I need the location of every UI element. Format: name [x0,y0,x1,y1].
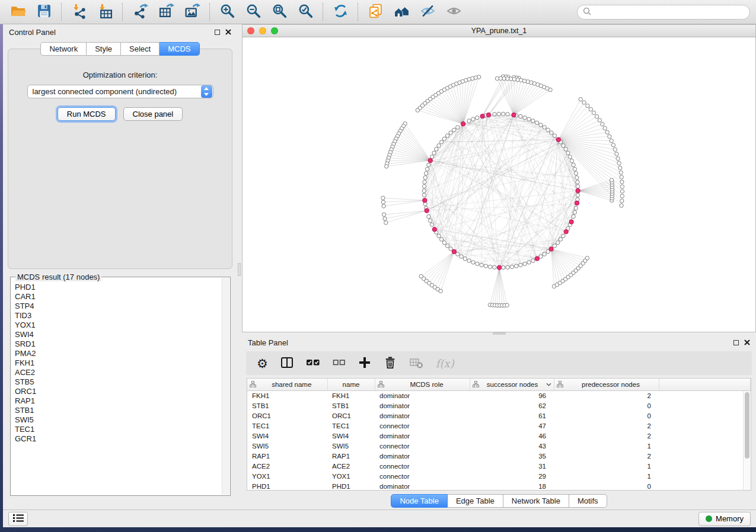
run-mcds-button[interactable]: Run MCDS [58,107,116,121]
table-scrollbar[interactable] [743,391,751,490]
import-table-button[interactable] [93,2,117,22]
table-panel-float-button[interactable] [733,340,739,345]
import-network-button[interactable] [67,2,91,22]
mcds-result-item[interactable]: FKH1 [15,358,226,368]
column-header-predecessor-nodes[interactable]: predecessor nodes [554,379,659,390]
mcds-result-item[interactable]: TID3 [15,311,226,321]
mcds-scrollbar[interactable] [222,278,229,495]
toolbar-separator [122,3,123,21]
tab-edge-table[interactable]: Edge Table [448,494,503,508]
zoom-fit-button[interactable] [267,2,291,22]
add-column-button[interactable] [358,356,371,371]
table-delete-icon [409,356,423,371]
mcds-result-item[interactable]: CAR1 [15,292,226,302]
export-table-button[interactable] [154,2,178,22]
column-header-MCDS-role[interactable]: MCDS role [375,379,470,390]
table-cell: 0 [554,481,659,491]
control-panel-close-button[interactable] [225,28,231,37]
first-neighbors-button[interactable] [390,2,413,22]
table-row[interactable]: RAP1RAP1dominator352 [247,451,751,461]
table-cell: FKH1 [327,390,375,400]
mcds-result-item[interactable]: STP4 [15,302,226,311]
table-row[interactable]: SWI5SWI5connector431 [247,441,751,451]
mcds-result-item[interactable]: GCR1 [15,434,226,444]
tab-network[interactable]: Network [40,42,87,56]
mcds-result-item[interactable]: RAP1 [15,396,226,406]
export-network-button[interactable] [128,2,152,22]
scrollbar-thumb[interactable] [745,392,749,459]
mcds-result-item[interactable]: PMA2 [15,349,226,358]
task-history-button[interactable] [8,512,28,526]
zoom-in-button[interactable] [215,2,239,22]
tab-mcds[interactable]: MCDS [160,42,199,56]
duplicate-network-button[interactable] [363,2,387,22]
toolbar-separator [323,3,323,21]
mcds-result-item[interactable]: PHD1 [15,283,226,292]
zoom-out-button[interactable] [241,2,265,22]
splitter-grip[interactable] [493,332,506,335]
tab-motifs[interactable]: Motifs [569,494,607,508]
close-panel-button[interactable]: Close panel [123,107,183,121]
window-zoom-button[interactable] [271,27,278,34]
tab-style[interactable]: Style [87,42,121,56]
table-row[interactable]: YOX1YOX1connector291 [247,471,751,481]
mcds-result-item[interactable]: TEC1 [15,425,226,434]
horizontal-splitter[interactable] [242,332,756,335]
table-row[interactable]: STB1STB1dominator620 [247,400,751,411]
mcds-result-item[interactable]: ACE2 [15,368,226,377]
import-network-icon [71,3,87,21]
export-image-button[interactable] [180,2,204,22]
table-cell: dominator [375,411,470,421]
control-panel-float-button[interactable] [215,30,220,35]
splitter-grip[interactable] [238,263,241,276]
table-cell: FKH1 [247,390,327,400]
mcds-result-item[interactable]: SWI4 [15,330,226,339]
table-cell [659,411,751,421]
refresh-layout-button[interactable] [328,2,352,22]
delete-table-button[interactable] [409,356,423,371]
table-row[interactable]: FKH1FKH1dominator962 [247,390,751,400]
table-row[interactable]: ORC1ORC1dominator610 [247,411,751,421]
table-panel-close-button[interactable] [744,338,750,347]
tab-select[interactable]: Select [121,42,160,56]
mcds-result-item[interactable]: SWI5 [15,415,226,425]
hide-selected-button[interactable] [416,2,439,22]
window-minimize-button[interactable] [259,27,266,34]
column-header-shared-name[interactable]: shared name [247,379,327,390]
table-cell: 35 [470,451,554,461]
column-header-name[interactable]: name [327,379,375,390]
table-row[interactable]: TEC1TEC1connector472 [247,421,751,431]
deselect-all-button[interactable] [333,356,346,371]
tab-node-table[interactable]: Node Table [391,494,448,508]
table-row[interactable]: ACE2ACE2connector311 [247,461,751,471]
network-canvas[interactable] [243,37,755,332]
mcds-result-item[interactable]: ORC1 [15,387,226,396]
save-session-button[interactable] [32,2,56,22]
window-close-button[interactable] [247,27,254,34]
select-all-button[interactable] [306,356,320,371]
open-file-button[interactable] [6,2,30,22]
mcds-result-item[interactable]: STB5 [15,377,226,387]
table-settings-button[interactable]: ⚙ [257,357,268,370]
delete-column-button[interactable] [384,356,397,371]
optimization-select[interactable]: largest connected component (undirected) [27,85,213,98]
zoom-selected-button[interactable] [294,2,317,22]
function-builder-button[interactable]: f(x) [436,357,454,370]
optimization-criterion-label: Optimization criterion: [8,70,232,79]
mcds-result-item[interactable]: SRD1 [15,339,226,349]
table-row[interactable]: PHD1PHD1dominator180 [247,481,751,491]
mcds-result-item[interactable]: STB1 [15,406,226,415]
table-cell: YOX1 [327,471,375,481]
sort-chevron-icon [546,383,551,386]
vertical-splitter[interactable] [237,24,242,509]
show-columns-button[interactable] [280,356,294,371]
gear-icon: ⚙ [257,357,268,370]
table-row[interactable]: SWI4SWI4dominator462 [247,431,751,441]
table-cell: 47 [470,421,554,431]
tab-network-table[interactable]: Network Table [503,494,569,508]
search-input[interactable] [595,8,744,17]
memory-button[interactable]: Memory [698,512,751,526]
show-all-button[interactable] [442,2,465,22]
column-header-successor-nodes[interactable]: successor nodes [470,379,554,390]
mcds-result-item[interactable]: YOX1 [15,321,226,330]
